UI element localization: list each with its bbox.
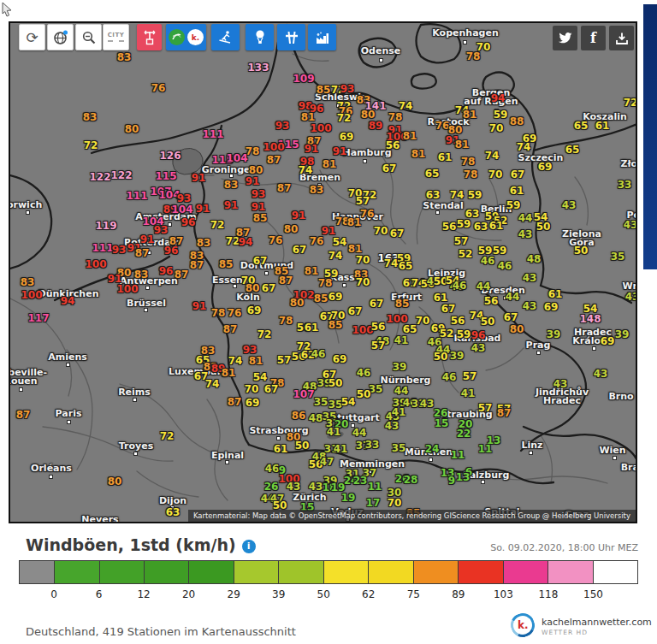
info-icon[interactable]: i: [242, 540, 256, 553]
station-value: 93: [252, 189, 266, 199]
zoom-out-button[interactable]: [75, 24, 102, 50]
city-label: Linz: [521, 441, 542, 450]
traffic-button[interactable]: [277, 24, 305, 50]
wind-stations-button[interactable]: [137, 24, 162, 50]
station-value: 69: [333, 354, 347, 364]
legend-ticks: 061220293950627589103118150: [19, 588, 638, 600]
station-value: 76: [228, 308, 242, 318]
station-value: 46: [357, 368, 371, 378]
station-value: 69: [247, 305, 262, 316]
station-value: 56: [451, 316, 465, 326]
station-value: 67: [390, 228, 405, 239]
station-value: 100: [263, 142, 284, 152]
share-facebook-button[interactable]: f: [581, 26, 606, 50]
station-value: 28: [404, 475, 418, 485]
station-value: 43: [523, 273, 537, 283]
city-marker: [225, 460, 229, 464]
station-value: 85: [219, 259, 234, 269]
station-value: 87: [223, 324, 238, 334]
station-value: 43: [309, 482, 323, 492]
legend-color-cell: [414, 561, 459, 583]
station-value: 57: [371, 340, 386, 351]
station-value: 69: [538, 162, 553, 172]
station-value: 83: [21, 277, 35, 287]
facebook-icon: f: [590, 30, 596, 46]
share-twitter-button[interactable]: [553, 26, 577, 50]
globe-button[interactable]: [47, 24, 74, 50]
station-value: 67: [253, 256, 268, 266]
city-marker: [342, 283, 346, 287]
station-value: 61: [595, 121, 610, 131]
station-value: 61: [274, 444, 288, 454]
balloon-icon: [252, 29, 268, 46]
balloon-button[interactable]: [246, 24, 274, 50]
station-value: 19: [341, 493, 356, 503]
station-value: 15: [435, 418, 449, 428]
city-marker: [592, 346, 596, 351]
weather-map[interactable]: KopenhagenOdenseSchleswigBergenauf Rügen…: [9, 21, 637, 523]
station-value: 148: [579, 314, 601, 324]
station-value: 56: [386, 140, 400, 151]
station-value: 61: [489, 221, 504, 231]
city-label: Brno: [608, 393, 633, 401]
station-value: 72: [624, 97, 637, 108]
station-value: 50: [574, 245, 589, 256]
station-value: 46: [498, 261, 512, 271]
city-marker: [168, 222, 172, 227]
station-value: 91: [292, 210, 306, 221]
city-label: Brüssel: [127, 299, 166, 308]
legend-tick: 118: [538, 588, 558, 600]
city-marker: [133, 398, 137, 402]
station-value: 72: [257, 329, 272, 340]
station-value: 61: [305, 322, 319, 333]
city-marker: [144, 308, 148, 312]
station-value: 44: [506, 292, 520, 302]
station-value: 74: [228, 356, 243, 366]
station-value: 80: [510, 324, 524, 334]
city-marker: [435, 210, 440, 215]
station-value: 80: [361, 109, 376, 120]
city-marker: [49, 475, 53, 479]
city-marker: [264, 271, 269, 275]
city-marker: [133, 452, 138, 456]
legend-tick: 20: [182, 588, 195, 600]
station-value: 50: [357, 389, 371, 399]
stations-count-text: Deutschland, 419 Stationen im Kartenauss…: [26, 625, 296, 638]
station-value: 119: [95, 221, 116, 231]
station-value: 83: [134, 269, 149, 280]
refresh-button[interactable]: ⟳: [19, 24, 45, 50]
city-marker: [529, 451, 533, 455]
city-labels-icon: CITY: [108, 32, 125, 42]
station-value: 87: [135, 248, 150, 258]
city-marker: [229, 174, 234, 178]
station-value: 39: [547, 329, 561, 340]
station-value: 59: [468, 190, 482, 200]
station-value: 69: [601, 336, 615, 346]
station-value: 87: [16, 410, 31, 420]
station-value: 69: [328, 292, 343, 302]
industry-button[interactable]: [308, 24, 336, 50]
city-marker: [363, 159, 367, 163]
station-value: 54: [341, 397, 356, 407]
station-value: 59: [457, 329, 471, 340]
station-value: 87: [277, 183, 292, 193]
legend-color-cell: [324, 561, 369, 583]
station-value: 80: [249, 165, 263, 175]
legend-tick: 39: [272, 588, 285, 600]
wintersport-button[interactable]: [211, 24, 240, 50]
city-label: Dijon: [159, 497, 186, 505]
station-value: 59: [506, 200, 521, 210]
station-value: 100: [310, 123, 331, 133]
station-value: 80: [246, 283, 260, 293]
station-value: 81: [222, 368, 236, 378]
city-labels-button[interactable]: CITY: [103, 24, 129, 50]
station-value: 100: [21, 290, 42, 300]
legend-color-cell: [189, 561, 234, 583]
download-button[interactable]: [609, 26, 634, 50]
station-value: 22: [457, 428, 471, 439]
station-value: 35: [611, 251, 625, 262]
station-value: 100: [116, 284, 138, 294]
partner-logos-button[interactable]: k.: [166, 24, 206, 50]
station-value: 74: [328, 251, 343, 261]
station-value: 87: [175, 269, 189, 280]
